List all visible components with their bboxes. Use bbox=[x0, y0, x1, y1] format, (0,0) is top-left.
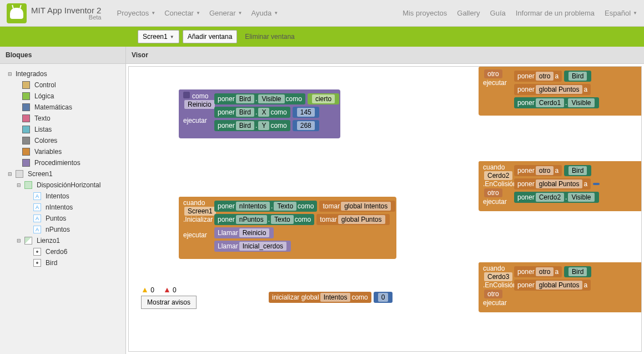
menu-help[interactable]: Ayuda▼ bbox=[251, 9, 279, 17]
menu-my-projects[interactable]: Mis proyectos bbox=[402, 9, 447, 17]
component-block[interactable]: Bird bbox=[564, 165, 591, 176]
set-variable-block[interactable]: poner global Puntos a bbox=[514, 280, 591, 291]
number-block[interactable]: 268 bbox=[293, 120, 319, 131]
call-procedure-block[interactable]: Llamar Reinicio bbox=[214, 227, 274, 238]
tree-text[interactable]: Texto bbox=[2, 113, 123, 124]
label-icon: A bbox=[33, 215, 41, 222]
event-block[interactable]: otroejecutar poner otro aBird poner glob… bbox=[479, 67, 642, 116]
sprite-icon bbox=[33, 248, 41, 256]
param-chip[interactable]: otro bbox=[484, 188, 502, 197]
collapse-icon: ⊟ bbox=[16, 237, 22, 244]
event-block[interactable]: cuando Cerdo3.EnColisiónConotroejecutar … bbox=[479, 262, 642, 312]
add-screen-button[interactable]: Añadir ventana bbox=[183, 30, 238, 43]
set-property-block[interactable]: poner Cerdo2. Visible bbox=[514, 192, 599, 203]
component-block[interactable]: Bird bbox=[564, 71, 591, 82]
error-icon: 0 bbox=[163, 285, 177, 294]
tree-math[interactable]: Matemáticas bbox=[2, 102, 123, 113]
chevron-down-icon: ▼ bbox=[151, 11, 155, 16]
procedure-definition-block[interactable]: como Reinicioejecutar poner Bird. Visibl… bbox=[179, 89, 340, 138]
tree-cerdo6[interactable]: Cerdo6 bbox=[2, 246, 123, 257]
chevron-down-icon: ▼ bbox=[274, 11, 278, 16]
init-global-block[interactable]: inicializar global Intentos como bbox=[269, 292, 371, 303]
event-block[interactable]: cuando Screen1.Inicializarejecutar poner… bbox=[179, 197, 396, 259]
tree-colors[interactable]: Colores bbox=[2, 135, 123, 146]
set-variable-block[interactable]: poner otro a bbox=[514, 165, 562, 176]
tree-variables[interactable]: Variables bbox=[2, 146, 123, 157]
collapse-icon: ⊟ bbox=[7, 71, 13, 77]
tree-puntos[interactable]: APuntos bbox=[2, 213, 123, 224]
collapse-icon: ⊟ bbox=[7, 171, 13, 177]
canvas-icon bbox=[24, 237, 32, 245]
chevron-down-icon: ▼ bbox=[196, 11, 200, 16]
tree-bird[interactable]: Bird bbox=[2, 257, 123, 268]
tree-canvas[interactable]: ⊟Lienzo1 bbox=[2, 235, 123, 246]
screen-bar: Screen1▼ Añadir ventana Eliminar ventana bbox=[0, 27, 644, 47]
procedure-name-field[interactable]: Reinicio bbox=[184, 100, 215, 109]
tree-builtin[interactable]: ⊟Integrados bbox=[2, 68, 123, 79]
event-block[interactable]: cuando Cerdo2.EnColisiónConotroejecutar … bbox=[479, 161, 642, 211]
tree-screen1[interactable]: ⊟Screen1 bbox=[2, 168, 123, 180]
tree-control[interactable]: Control bbox=[2, 79, 123, 91]
chevron-down-icon: ▼ bbox=[170, 34, 174, 39]
category-icon bbox=[22, 81, 30, 89]
label-icon: A bbox=[33, 192, 41, 200]
param-chip[interactable]: otro bbox=[484, 290, 502, 298]
category-icon bbox=[22, 92, 30, 100]
tree-nintentos[interactable]: AnIntentos bbox=[2, 202, 123, 213]
set-variable-block[interactable]: poner global Puntos a bbox=[514, 178, 591, 190]
get-variable-block[interactable]: tomar global Intentos bbox=[319, 201, 395, 212]
call-procedure-block[interactable]: Llamar Inicial_cerdos bbox=[214, 241, 291, 252]
menu-connect[interactable]: Conectar▼ bbox=[164, 9, 200, 17]
menu-projects[interactable]: Proyectos▼ bbox=[117, 9, 155, 17]
set-property-block[interactable]: poner Cerdo1. Visible bbox=[514, 97, 599, 108]
label-icon: A bbox=[33, 226, 41, 233]
get-variable-block[interactable]: tomar global Puntos bbox=[316, 214, 389, 225]
gear-icon[interactable] bbox=[183, 92, 190, 98]
number-block[interactable]: 0 bbox=[374, 292, 393, 303]
tree-intentos[interactable]: AIntentos bbox=[2, 191, 123, 202]
show-warnings-button[interactable]: Mostrar avisos bbox=[141, 296, 197, 309]
chevron-down-icon: ▼ bbox=[238, 11, 243, 16]
set-property-block[interactable]: poner nIntentos. Texto como bbox=[214, 201, 317, 212]
brand: MIT App Inventor 2 Beta bbox=[31, 6, 101, 21]
blocks-canvas[interactable]: como Reinicioejecutar poner Bird. Visibl… bbox=[128, 66, 642, 352]
set-variable-block[interactable]: poner global Puntos a bbox=[514, 84, 591, 95]
label-icon: A bbox=[33, 203, 41, 211]
param-chip[interactable]: otro bbox=[484, 69, 502, 78]
viewer-panel-header: Visor bbox=[126, 47, 644, 64]
tree-logic[interactable]: Lógica bbox=[2, 91, 123, 102]
menu-report[interactable]: Informar de un problema bbox=[516, 9, 595, 17]
set-variable-block[interactable]: poner otro a bbox=[514, 266, 562, 277]
brand-sub: Beta bbox=[89, 14, 102, 21]
number-block[interactable]: 145 bbox=[293, 107, 319, 118]
screen-select[interactable]: Screen1▼ bbox=[138, 30, 179, 43]
true-block[interactable]: cierto bbox=[308, 93, 339, 104]
tree-lists[interactable]: Listas bbox=[2, 124, 123, 135]
error-count: 0 bbox=[173, 286, 177, 294]
set-property-block[interactable]: poner Bird. Visible como bbox=[214, 93, 305, 104]
menu-gallery[interactable]: Gallery bbox=[457, 9, 480, 17]
menu-language[interactable]: Español▼ bbox=[605, 9, 637, 17]
menu-guide[interactable]: Guía bbox=[490, 9, 506, 17]
warning-icon: 0 bbox=[141, 285, 154, 294]
tree-procedures[interactable]: Procedimientos bbox=[2, 157, 123, 168]
tree-layout[interactable]: ⊟DisposiciónHorizontal bbox=[2, 180, 123, 191]
category-icon bbox=[22, 114, 30, 122]
tree-npuntos[interactable]: AnPuntos bbox=[2, 224, 123, 235]
sprite-icon bbox=[33, 259, 41, 267]
app-logo bbox=[7, 3, 27, 23]
category-icon bbox=[22, 159, 30, 167]
set-variable-block[interactable]: poner otro a bbox=[514, 71, 562, 82]
remove-screen-button[interactable]: Eliminar ventana bbox=[240, 31, 299, 43]
layout-icon bbox=[24, 181, 32, 189]
component-block[interactable]: Bird bbox=[564, 266, 591, 277]
warning-count: 0 bbox=[150, 286, 154, 294]
set-property-block[interactable]: poner Bird. X como bbox=[214, 107, 290, 118]
category-icon bbox=[22, 148, 30, 156]
blocks-panel-header: Bloques bbox=[0, 47, 125, 64]
menu-generate[interactable]: Generar▼ bbox=[209, 9, 243, 17]
collapse-icon: ⊟ bbox=[16, 182, 22, 188]
category-icon bbox=[22, 103, 30, 111]
set-property-block[interactable]: poner Bird. Y como bbox=[214, 120, 290, 131]
set-property-block[interactable]: poner nPuntos. Texto como bbox=[214, 214, 314, 225]
